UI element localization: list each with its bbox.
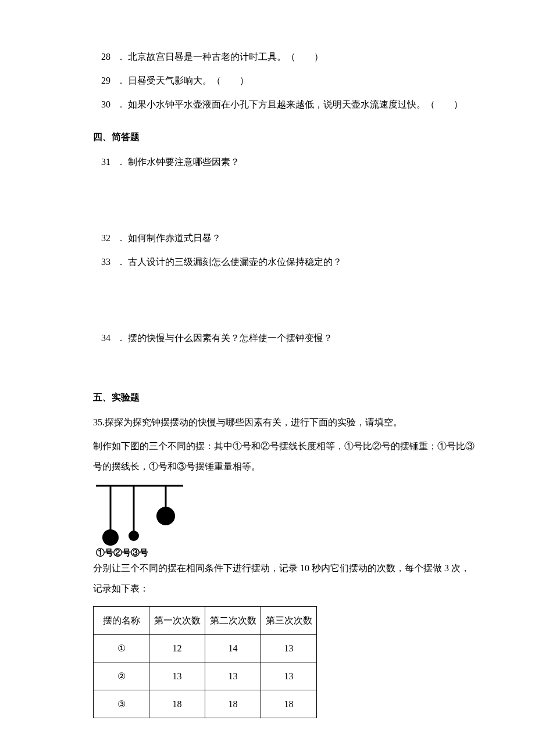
table-cell: 18 <box>205 690 261 718</box>
question-text: 制作水钟要注意哪些因素？ <box>128 152 477 172</box>
question-dot: ． <box>116 152 128 172</box>
question-29: 29 ． 日晷受天气影响大。（ ） <box>93 70 477 91</box>
pendulum-figure: ①号②号③号 <box>93 482 477 558</box>
section-heading-5: 五、实验题 <box>93 387 477 407</box>
table-cell: 18 <box>149 690 205 718</box>
table-cell: 13 <box>149 662 205 690</box>
pendulum-caption: ①号②号③号 <box>96 547 477 558</box>
table-cell: 12 <box>149 634 205 662</box>
table-cell: 18 <box>261 690 317 718</box>
question-dot: ． <box>116 252 128 272</box>
table-cell-name: ① <box>94 634 149 662</box>
table-header-row: 摆的名称 第一次次数 第二次次数 第三次次数 <box>94 606 317 634</box>
question-35-description: 制作如下图的三个不同的摆：其中①号和②号摆线长度相等，①号比②号的摆锤重；①号比… <box>93 436 477 476</box>
question-text: 如何制作赤道式日晷？ <box>128 228 477 248</box>
question-35-instructions: 分别让三个不同的摆在相同条件下进行摆动，记录 10 秒内它们摆动的次数，每个摆做… <box>93 558 477 599</box>
question-dot: ． <box>116 94 128 114</box>
table-header-cell: 第一次次数 <box>149 606 205 634</box>
table-row: ① 12 14 13 <box>94 634 317 662</box>
question-34: 34 ． 摆的快慢与什么因素有关？怎样使一个摆钟变慢？ <box>93 328 477 348</box>
table-cell: 13 <box>261 662 317 690</box>
question-number: 34 <box>93 328 116 348</box>
table-header-cell: 第三次次数 <box>261 606 317 634</box>
question-32: 32 ． 如何制作赤道式日晷？ <box>93 228 477 248</box>
answer-space <box>93 352 477 375</box>
table-header-cell: 摆的名称 <box>94 606 149 634</box>
question-30: 30 ． 如果小水钟平水壶液面在小孔下方且越来越低，说明天壶水流速度过快。（ ） <box>93 94 477 114</box>
table-header-cell: 第二次次数 <box>205 606 261 634</box>
question-dot: ． <box>116 228 128 248</box>
table-row: ③ 18 18 18 <box>94 690 317 718</box>
pendulum-icon <box>93 482 186 546</box>
question-text: 古人设计的三级漏刻怎么使漏壶的水位保持稳定的？ <box>128 252 477 272</box>
question-number: 31 <box>93 152 116 172</box>
table-cell: 13 <box>261 634 317 662</box>
svg-point-6 <box>156 507 175 525</box>
svg-point-2 <box>102 529 119 546</box>
svg-point-4 <box>129 531 139 541</box>
question-28: 28 ． 北京故宫日晷是一种古老的计时工具。（ ） <box>93 46 477 67</box>
answer-space <box>93 175 477 228</box>
section-heading-4: 四、简答题 <box>93 127 477 147</box>
page-content: 28 ． 北京故宫日晷是一种古老的计时工具。（ ） 29 ． 日晷受天气影响大。… <box>93 46 477 718</box>
question-dot: ． <box>116 46 128 67</box>
table-cell: 13 <box>205 662 261 690</box>
question-text: 日晷受天气影响大。（ ） <box>128 70 477 91</box>
question-text: 如果小水钟平水壶液面在小孔下方且越来越低，说明天壶水流速度过快。（ ） <box>128 94 477 114</box>
table-cell-name: ② <box>94 662 149 690</box>
question-number: 32 <box>93 228 116 248</box>
question-33: 33 ． 古人设计的三级漏刻怎么使漏壶的水位保持稳定的？ <box>93 252 477 272</box>
table-cell: 14 <box>205 634 261 662</box>
question-number: 33 <box>93 252 116 272</box>
question-text: 摆的快慢与什么因素有关？怎样使一个摆钟变慢？ <box>128 328 477 348</box>
table-cell-name: ③ <box>94 690 149 718</box>
question-dot: ． <box>116 70 128 91</box>
question-31: 31 ． 制作水钟要注意哪些因素？ <box>93 152 477 172</box>
question-number: 28 <box>93 46 116 67</box>
table-row: ② 13 13 13 <box>94 662 317 690</box>
question-text: 北京故宫日晷是一种古老的计时工具。（ ） <box>128 46 477 67</box>
answer-space <box>93 275 477 328</box>
question-number: 29 <box>93 70 116 91</box>
question-number: 30 <box>93 94 116 114</box>
pendulum-data-table: 摆的名称 第一次次数 第二次次数 第三次次数 ① 12 14 13 ② 13 1… <box>93 606 317 719</box>
question-35-intro: 35.探探为探究钟摆摆动的快慢与哪些因素有关，进行下面的实验，请填空。 <box>93 412 477 432</box>
question-dot: ． <box>116 328 128 348</box>
